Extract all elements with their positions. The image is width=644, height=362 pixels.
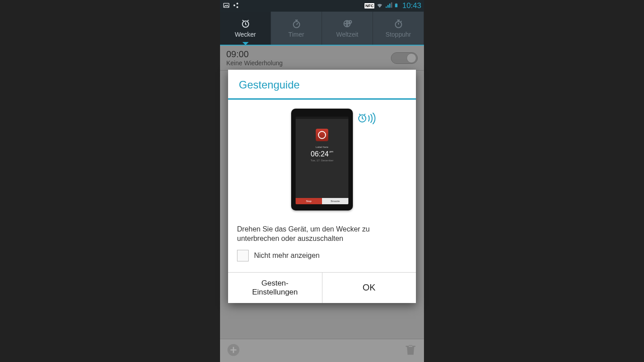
- mini-snooze: Snooze: [322, 198, 348, 204]
- dialog-actions: Gesten- Einstellungen OK: [228, 272, 416, 303]
- battery-icon: [394, 1, 398, 11]
- mini-date: Tue, 17. December: [310, 159, 333, 162]
- mini-alarm-icon: [316, 129, 328, 141]
- tab-label: Timer: [288, 31, 304, 38]
- add-icon[interactable]: [226, 343, 241, 359]
- bottom-bar: [220, 339, 424, 362]
- svg-point-2: [237, 3, 238, 4]
- mini-time: 06:24pm: [311, 150, 333, 158]
- dialog-title: Gestenguide: [228, 70, 416, 98]
- tab-bar: Wecker Timer Weltzeit Stoppuhr: [220, 12, 424, 45]
- mini-label: Label here: [316, 146, 328, 148]
- gallery-icon: [223, 2, 230, 10]
- share-icon: [233, 2, 240, 10]
- status-bar: NFC 10:43: [220, 0, 424, 12]
- gesture-guide-dialog: Gestenguide Label here: [228, 70, 416, 303]
- tab-timer[interactable]: Timer: [271, 12, 322, 45]
- trash-icon[interactable]: [403, 343, 418, 359]
- svg-rect-5: [395, 4, 398, 7]
- svg-point-1: [233, 4, 235, 6]
- phone-frame: NFC 10:43 Wecker Timer Weltzeit: [220, 0, 424, 362]
- tab-label: Weltzeit: [336, 31, 359, 38]
- checkbox-label: Nicht mehr anzeigen: [254, 252, 320, 260]
- svg-point-10: [349, 21, 352, 23]
- dialog-text: Drehen Sie das Gerät, um den Wecker zu u…: [237, 225, 407, 244]
- alarm-ringing-icon: [357, 111, 377, 126]
- svg-rect-6: [396, 3, 397, 4]
- gesture-settings-button[interactable]: Gesten- Einstellungen: [228, 273, 322, 303]
- status-time: 10:43: [402, 1, 421, 10]
- dont-show-again[interactable]: Nicht mehr anzeigen: [237, 250, 407, 261]
- dialog-illustration: Label here 06:24pm Tue, 17. December Sto…: [236, 109, 408, 210]
- nfc-icon: NFC: [364, 3, 375, 8]
- tab-stopwatch[interactable]: Stoppuhr: [373, 12, 424, 45]
- tab-alarm[interactable]: Wecker: [220, 12, 271, 45]
- mini-phone: Label here 06:24pm Tue, 17. December Sto…: [291, 109, 353, 210]
- tab-label: Wecker: [235, 31, 256, 38]
- wifi-icon: [376, 2, 383, 10]
- svg-point-3: [237, 6, 238, 8]
- tab-worldclock[interactable]: Weltzeit: [322, 12, 373, 45]
- tab-indicator: [242, 42, 249, 45]
- tab-label: Stoppuhr: [386, 31, 411, 38]
- mini-stop: Stop: [296, 198, 322, 204]
- signal-icon: [385, 2, 392, 10]
- checkbox-icon: [237, 250, 249, 261]
- ok-button[interactable]: OK: [322, 273, 416, 303]
